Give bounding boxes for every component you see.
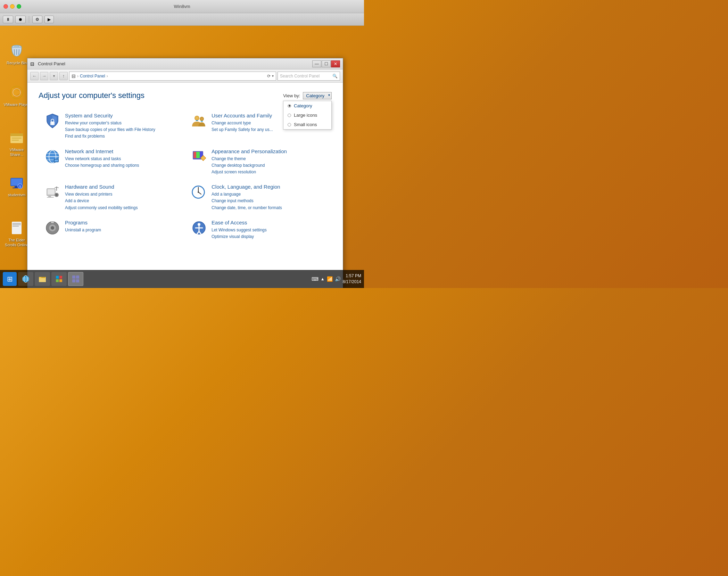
clock-language-link-2[interactable]: Change date, time, or number formats <box>212 205 326 211</box>
taskbar-sys-tray: ⌨ ▲ 📶 🔊 1:57 PM 8/17/2014 <box>312 273 361 285</box>
svg-rect-45 <box>48 196 51 197</box>
network-internet-link-1[interactable]: Choose homegroup and sharing options <box>65 162 180 169</box>
clock-language-link-0[interactable]: Add a language <box>212 191 326 198</box>
mac-minimize-button[interactable] <box>10 4 15 9</box>
category-appearance[interactable]: Appearance and Personalization Change th… <box>185 144 332 180</box>
taskbar-control-panel[interactable] <box>68 272 83 286</box>
system-security-link-1[interactable]: Save backup copies of your files with Fi… <box>65 126 180 133</box>
svg-text:S: S <box>19 185 21 188</box>
cp-header-row: Adjust your computer's settings View by:… <box>39 91 332 100</box>
network-tray-icon[interactable]: 📶 <box>327 276 333 282</box>
taskbar-clock[interactable]: 1:57 PM 8/17/2014 <box>343 273 361 285</box>
vmware-player-icon <box>8 84 25 101</box>
appearance-title[interactable]: Appearance and Personalization <box>212 148 326 154</box>
appearance-link-0[interactable]: Change the theme <box>212 156 326 162</box>
nav-dropdown-button[interactable]: ▾ <box>50 72 58 80</box>
pause-button[interactable]: ⏸ <box>3 16 13 23</box>
desktop-icon-recycle-bin[interactable]: Recycle Bin <box>3 42 31 65</box>
view-dropdown-arrow: ▾ <box>328 93 330 97</box>
taskbar: ⊞ ⌨ ▲ <box>0 270 364 288</box>
toolbar-separator <box>29 16 29 23</box>
clock-time: 1:57 PM <box>343 273 361 279</box>
search-icon: 🔍 <box>332 74 338 79</box>
search-box[interactable]: Search Control Panel 🔍 <box>278 72 340 81</box>
clock-language-title[interactable]: Clock, Language, and Region <box>212 184 326 190</box>
dropdown-item-small-icons[interactable]: Small icons <box>283 120 331 129</box>
nav-refresh[interactable]: ⟳ <box>267 74 271 79</box>
forward-button[interactable]: ▶ <box>44 16 54 23</box>
programs-title[interactable]: Programs <box>65 220 180 225</box>
cp-minimize-button[interactable]: — <box>312 60 321 67</box>
network-internet-link-0[interactable]: View network status and tasks <box>65 156 180 162</box>
control-panel-window: ⊟ Control Panel — ☐ ✕ ← → ▾ ↑ ⊟ › Contro… <box>27 58 343 288</box>
view-dropdown-button[interactable]: Category ▾ <box>303 92 332 99</box>
ease-of-access-link-0[interactable]: Let Windows suggest settings <box>212 227 326 233</box>
mac-toolbar: ⏸ ⏺ ⚙ ▶ <box>0 13 364 26</box>
cp-restore-button[interactable]: ☐ <box>322 60 331 67</box>
svg-rect-71 <box>39 278 46 282</box>
category-system-security[interactable]: System and Security Review your computer… <box>39 108 185 144</box>
taskbar-ie[interactable] <box>18 272 33 286</box>
desktop-icon-studentvm[interactable]: S studentvm <box>3 174 31 197</box>
arrow-up-icon[interactable]: ▲ <box>321 277 325 281</box>
mac-maximize-button[interactable] <box>17 4 21 9</box>
nav-forward-button[interactable]: → <box>40 72 48 80</box>
desktop-icon-elder-scrolls[interactable]: The Elder Scrolls Online <box>3 220 31 248</box>
nav-up-button[interactable]: ↑ <box>59 72 68 80</box>
hardware-sound-icon <box>44 184 61 200</box>
category-clock-language[interactable]: Clock, Language, and Region Add a langua… <box>185 180 332 215</box>
svg-rect-74 <box>56 279 59 282</box>
nav-path-bar[interactable]: ⊟ › Control Panel › ⟳ ▾ <box>69 72 276 81</box>
taskbar-files[interactable] <box>35 272 50 286</box>
studentvm-label: studentvm <box>8 192 26 197</box>
view-dropdown-value: Category <box>306 93 324 98</box>
hardware-sound-link-2[interactable]: Adjust commonly used mobility settings <box>65 205 180 211</box>
taskbar-store[interactable] <box>51 272 67 286</box>
speaker-icon[interactable]: 🔊 <box>335 276 341 282</box>
keyboard-icon[interactable]: ⌨ <box>312 276 318 282</box>
category-hardware-sound[interactable]: Hardware and Sound View devices and prin… <box>39 180 185 215</box>
desktop-icon-vmware-share[interactable]: VMware Share... <box>3 129 31 157</box>
hardware-sound-link-0[interactable]: View devices and printers <box>65 191 180 198</box>
appearance-link-2[interactable]: Adjust screen resolution <box>212 169 326 175</box>
svg-rect-9 <box>12 140 19 141</box>
dropdown-item-category[interactable]: Category <box>283 101 331 110</box>
settings-button[interactable]: ⚙ <box>32 16 42 23</box>
nav-dropdown-arrow[interactable]: ▾ <box>272 74 274 78</box>
clock-language-link-1[interactable]: Change input methods <box>212 198 326 204</box>
svg-rect-2 <box>15 46 19 47</box>
svg-rect-29 <box>201 121 203 122</box>
system-security-content: System and Security Review your computer… <box>65 113 180 140</box>
system-security-title[interactable]: System and Security <box>65 113 180 118</box>
svg-rect-73 <box>59 276 62 279</box>
ease-of-access-title[interactable]: Ease of Access <box>212 220 326 225</box>
system-security-link-0[interactable]: Review your computer's status <box>65 120 180 126</box>
category-ease-of-access[interactable]: Ease of Access Let Windows suggest setti… <box>185 215 332 244</box>
category-programs[interactable]: Programs Uninstall a program <box>39 215 185 244</box>
dropdown-large-icons-label: Large icons <box>294 113 317 118</box>
network-internet-title[interactable]: Network and Internet <box>65 148 180 154</box>
svg-rect-77 <box>76 275 79 279</box>
hardware-sound-title[interactable]: Hardware and Sound <box>65 184 180 190</box>
svg-rect-19 <box>13 226 19 227</box>
start-button[interactable]: ⊞ <box>3 272 17 286</box>
programs-link-0[interactable]: Uninstall a program <box>65 227 180 233</box>
vmware-player-label: VMware Player <box>4 102 30 107</box>
svg-point-42 <box>201 156 205 160</box>
nav-back-button[interactable]: ← <box>30 72 39 80</box>
mac-close-button[interactable] <box>3 4 8 9</box>
desktop-icon-vmware-player[interactable]: VMware Player <box>3 84 31 107</box>
ease-of-access-link-1[interactable]: Optimize visual display <box>212 233 326 240</box>
svg-rect-46 <box>47 197 54 198</box>
cp-close-button[interactable]: ✕ <box>331 60 340 67</box>
record-button[interactable]: ⏺ <box>15 16 26 23</box>
svg-rect-40 <box>196 152 200 158</box>
svg-rect-44 <box>48 189 55 194</box>
category-network-internet[interactable]: Network and Internet View network status… <box>39 144 185 180</box>
hardware-sound-link-1[interactable]: Add a device <box>65 198 180 204</box>
system-security-link-2[interactable]: Find and fix problems <box>65 133 180 140</box>
path-arrow: › <box>107 74 108 79</box>
appearance-link-1[interactable]: Change desktop background <box>212 162 326 169</box>
dropdown-item-large-icons[interactable]: Large icons <box>283 110 331 120</box>
svg-marker-4 <box>12 88 22 97</box>
